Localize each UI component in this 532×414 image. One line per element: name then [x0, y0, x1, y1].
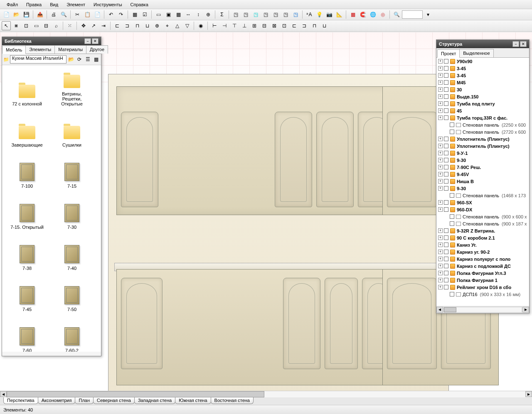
dim5-button[interactable]: ⊞	[250, 21, 259, 30]
library-item[interactable]: 7-60	[5, 315, 49, 352]
box5-button[interactable]: ◳	[271, 10, 280, 19]
new-button[interactable]: 📄	[2, 10, 11, 19]
checkbox[interactable]	[450, 214, 454, 219]
checkbox[interactable]	[444, 80, 448, 85]
snap2-button[interactable]: ⊡	[22, 21, 31, 30]
dim7-button[interactable]: ⊠	[270, 21, 279, 30]
expand-icon[interactable]: +	[438, 179, 443, 184]
tree-row[interactable]: +Уплотнитель (Плинтус)	[436, 135, 529, 142]
expand-icon[interactable]: +	[438, 278, 443, 282]
tree-row[interactable]: Стеновая панель(2250 x 600	[436, 121, 529, 128]
tree-row[interactable]: ДСП16(900 x 333 x 16 мм)	[436, 291, 529, 298]
close-icon[interactable]: ✕	[92, 38, 99, 44]
scroll-left-icon[interactable]: ◀	[436, 307, 443, 313]
checkbox[interactable]	[444, 207, 448, 212]
view2-button[interactable]: ▣	[164, 10, 173, 19]
checkbox[interactable]	[444, 235, 448, 240]
target-button[interactable]: ◎	[378, 10, 387, 19]
checkbox[interactable]	[444, 101, 448, 106]
expand-icon[interactable]: +	[438, 172, 443, 176]
library-item[interactable]: 7-60-2	[50, 315, 94, 352]
view5-button[interactable]: ↕	[194, 10, 203, 19]
minimize-icon[interactable]: –	[84, 38, 91, 44]
tree-row[interactable]: Стеновая панель(900 x 600 x	[436, 213, 529, 220]
tab-other[interactable]: Другое	[86, 45, 108, 54]
checkbox[interactable]	[450, 221, 454, 226]
snap3-button[interactable]: ▭	[32, 21, 41, 30]
refresh-button[interactable]: ⟳	[76, 56, 83, 63]
expand-icon[interactable]: +	[438, 235, 443, 240]
tab-furniture[interactable]: Мебель	[2, 46, 26, 54]
tree-row[interactable]: Стеновая панель(1468 x 173	[436, 192, 529, 199]
checkbox[interactable]	[450, 130, 454, 134]
view-tab[interactable]: Аксонометрия	[38, 397, 76, 404]
checkbox[interactable]	[444, 144, 448, 148]
library-item[interactable]: 7-15. Открытый	[5, 192, 49, 231]
checkbox[interactable]	[444, 165, 448, 169]
checkbox[interactable]	[444, 66, 448, 71]
tree-row[interactable]: +90 С коробом 2.1	[436, 234, 529, 241]
dim6-button[interactable]: ⊟	[260, 21, 269, 30]
structure-titlebar[interactable]: Структура – ✕	[436, 40, 529, 48]
checkbox[interactable]	[444, 179, 448, 184]
structure-tree[interactable]: +У90х90+3-45+3-45+М45+30+Выдв.150+Тумба …	[436, 58, 529, 306]
expand-icon[interactable]: +	[438, 158, 443, 162]
scroll-right-icon[interactable]: ▶	[522, 307, 529, 313]
library-titlebar[interactable]: Библиотека – ✕	[2, 37, 101, 45]
tab-elements[interactable]: Элементы	[25, 45, 55, 54]
move1-button[interactable]: ✥	[79, 21, 88, 30]
tree-row[interactable]: +30	[436, 86, 529, 93]
expand-icon[interactable]: +	[438, 108, 443, 113]
checkbox[interactable]	[450, 193, 454, 198]
tree-row[interactable]: +9-45V	[436, 171, 529, 178]
up-folder-button[interactable]: 📂	[67, 56, 75, 63]
tree-row[interactable]: +7-90С Реш.	[436, 164, 529, 171]
zoom-input[interactable]	[402, 10, 423, 19]
tab-materials[interactable]: Материалы	[54, 45, 86, 54]
expand-icon[interactable]: +	[438, 144, 443, 148]
checkbox[interactable]	[444, 243, 448, 247]
tree-row[interactable]: +Каниз Уг.	[436, 241, 529, 248]
checkbox[interactable]	[444, 172, 448, 176]
checkbox[interactable]	[444, 94, 448, 99]
checkbox[interactable]	[444, 108, 448, 113]
structure-hscroll[interactable]: ◀ ▶	[436, 306, 529, 313]
tree-row[interactable]: +Полка Фигурная 1	[436, 277, 529, 284]
checkbox[interactable]	[450, 292, 454, 296]
view-tab[interactable]: Северная стена	[93, 397, 135, 404]
dim4-button[interactable]: ⊥	[240, 21, 249, 30]
dist1-button[interactable]: ◉	[196, 21, 205, 30]
checkbox[interactable]	[444, 257, 448, 261]
tree-row[interactable]: +Тумба под плиту	[436, 100, 529, 107]
tree-row[interactable]: +М45	[436, 79, 529, 86]
expand-icon[interactable]: +	[438, 243, 443, 247]
tree-row[interactable]: Стеновая панель(900 x 187 x	[436, 220, 529, 227]
box1-button[interactable]: ◳	[231, 10, 240, 19]
expand-icon[interactable]: +	[438, 66, 443, 71]
tree-row[interactable]: +У90х90	[436, 58, 529, 65]
grid2-button[interactable]: ⁙	[65, 21, 74, 30]
redo-button[interactable]: ↷	[116, 10, 126, 19]
view-tab[interactable]: Западная стена	[134, 397, 175, 404]
list-view-button[interactable]: ☰	[84, 56, 91, 63]
tree-row[interactable]: +9-У-1	[436, 149, 529, 157]
checkbox[interactable]	[444, 115, 448, 120]
expand-icon[interactable]: +	[438, 165, 443, 169]
close-icon[interactable]: ✕	[520, 41, 527, 47]
tree-row[interactable]: Стеновая панель(2720 x 600	[436, 128, 529, 135]
expand-icon[interactable]: +	[438, 207, 443, 212]
expand-icon[interactable]: +	[438, 73, 443, 78]
menu-view[interactable]: Вид	[47, 1, 62, 8]
expand-icon[interactable]: +	[438, 80, 443, 85]
globe-button[interactable]: 🌐	[368, 10, 377, 19]
view3-button[interactable]: ▦	[174, 10, 183, 19]
align5-button[interactable]: ⊕	[153, 21, 162, 30]
icon-view-button[interactable]: ▦	[92, 56, 100, 63]
expand-icon[interactable]: +	[438, 228, 443, 233]
checkbox[interactable]	[444, 186, 448, 191]
align2-button[interactable]: ⊐	[123, 21, 132, 30]
text-button[interactable]: ᵃA	[305, 10, 314, 19]
move3-button[interactable]: ⇥	[99, 21, 108, 30]
align4-button[interactable]: ⊔	[143, 21, 152, 30]
expand-icon[interactable]: +	[438, 285, 443, 289]
